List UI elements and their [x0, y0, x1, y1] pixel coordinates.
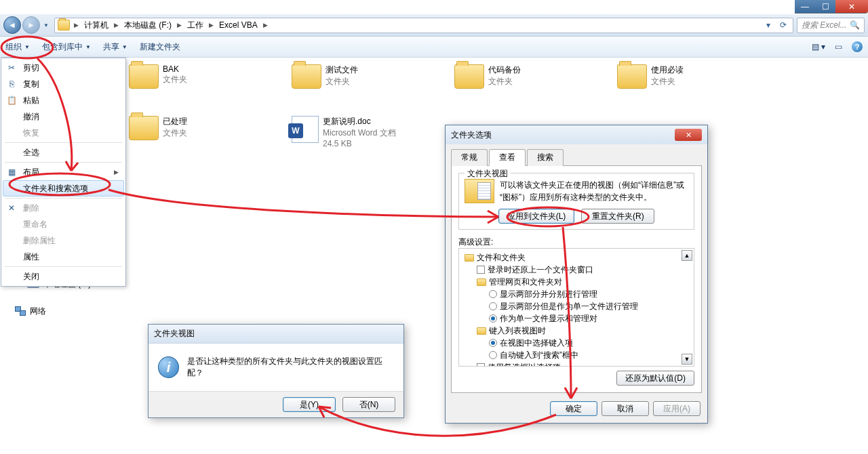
tab-general[interactable]: 常规 [451, 149, 488, 166]
apply-to-folders-button[interactable]: 应用到文件夹(L) [498, 209, 575, 224]
file-name: 代码备份 [488, 64, 521, 76]
cancel-button[interactable]: 取消 [601, 401, 649, 416]
advanced-settings-tree[interactable]: ▲ ▼ 文件和文件夹 登录时还原上一个文件夹窗口 管理网页和文件夹对 显示两部分… [458, 248, 694, 367]
preview-pane-icon[interactable]: ▭ [835, 42, 842, 51]
menu-layout[interactable]: ▦布局▶ [3, 164, 124, 180]
network-icon [15, 306, 26, 316]
breadcrumb[interactable]: 工作 [186, 20, 205, 31]
menu-separator [5, 198, 122, 199]
cut-icon: ✂ [6, 62, 17, 73]
info-icon: i [158, 356, 179, 378]
menu-folder-search-options[interactable]: 文件夹和搜索选项 [3, 180, 124, 197]
menu-select-all[interactable]: 全选 [3, 144, 124, 161]
menu-properties[interactable]: 属性 [3, 249, 124, 265]
file-name: 已处理 [163, 116, 187, 127]
menu-undo[interactable]: 撤消 [3, 108, 124, 125]
word-doc-icon [292, 116, 319, 143]
radio[interactable] [489, 290, 497, 298]
nav-back-button[interactable]: ◄ [3, 16, 21, 34]
window-max-button[interactable]: ☐ [815, 0, 835, 14]
msgbox-text: 是否让这种类型的所有文件夹与此文件夹的视图设置匹配？ [187, 356, 394, 379]
refresh-icon[interactable]: ⟳ [776, 20, 790, 30]
checkbox[interactable] [477, 363, 485, 367]
window-close-button[interactable]: ✕ [835, 0, 868, 14]
address-bar[interactable]: ▶ 计算机 ▶ 本地磁盘 (F:) ▶ 工作 ▶ Excel VBA ▶ ▾ ⟳ [54, 18, 793, 33]
folder-item-code-backup[interactable]: 代码备份 文件夹 [454, 64, 576, 89]
chevron-right-icon: ▶ [111, 22, 121, 28]
nav-network[interactable]: 网络 [15, 304, 102, 318]
chevron-down-icon: ▼ [85, 44, 91, 50]
breadcrumb[interactable]: 本地磁盘 (F:) [123, 20, 173, 31]
scroll-down-button[interactable]: ▼ [682, 354, 692, 365]
menu-copy[interactable]: ⎘复制 [3, 76, 124, 92]
file-name: BAK [163, 64, 187, 74]
menu-paste[interactable]: 📋粘贴 [3, 92, 124, 108]
no-button[interactable]: 否(N) [342, 397, 395, 412]
folder-item-processed[interactable]: 已处理 文件夹 [129, 116, 251, 148]
radio[interactable] [489, 351, 497, 359]
nav-forward-button[interactable]: ► [22, 16, 40, 34]
folder-options-dialog: 文件夹选项 ✕ 常规 查看 搜索 文件夹视图 可以将该文件夹正在使用的视图（例如… [445, 125, 708, 424]
file-item-update-doc[interactable]: 更新说明.doc Microsoft Word 文档 24.5 KB [292, 116, 414, 148]
menu-rename: 重命名 [3, 216, 124, 232]
search-icon: 🔍 [850, 20, 860, 30]
address-dropdown-icon[interactable]: ▾ [762, 20, 775, 30]
folder-views-text: 可以将该文件夹正在使用的视图（例如“详细信息”或“图标”）应用到所有这种类型的文… [500, 179, 688, 203]
breadcrumb[interactable]: Excel VBA [218, 20, 259, 30]
dialog-close-button[interactable]: ✕ [675, 129, 702, 141]
yes-button[interactable]: 是(Y) [283, 397, 336, 412]
group-folder-views: 文件夹视图 [465, 168, 511, 180]
restore-defaults-button[interactable]: 还原为默认值(D) [616, 371, 694, 386]
scroll-up-button[interactable]: ▲ [682, 250, 692, 261]
file-type: 文件夹 [163, 74, 187, 85]
radio[interactable] [489, 339, 497, 347]
menu-remove-properties: 删除属性 [3, 232, 124, 249]
folder-icon [129, 64, 159, 89]
share-button[interactable]: 共享 ▼ [103, 41, 127, 53]
reset-folders-button[interactable]: 重置文件夹(R) [581, 209, 654, 224]
file-size: 24.5 KB [323, 139, 396, 148]
file-type: 文件夹 [488, 76, 521, 87]
view-mode-icon[interactable]: ▤ ▾ [812, 42, 825, 51]
chevron-down-icon: ▼ [122, 44, 127, 50]
menu-separator [5, 266, 122, 267]
breadcrumb[interactable]: 计算机 [83, 20, 110, 31]
help-icon[interactable]: ? [852, 41, 863, 52]
organize-label: 组织 [5, 41, 22, 53]
checkbox[interactable] [477, 266, 485, 274]
submenu-arrow-icon: ▶ [114, 169, 119, 176]
folder-item-test[interactable]: 测试文件 文件夹 [292, 64, 414, 89]
folder-item-bak[interactable]: BAK 文件夹 [129, 64, 251, 89]
chevron-right-icon: ▶ [206, 22, 216, 28]
chevron-right-icon: ▶ [71, 22, 81, 28]
include-in-library-button[interactable]: 包含到库中 ▼ [42, 41, 91, 53]
organize-button[interactable]: 组织 ▼ [5, 41, 30, 53]
file-name: 使用必读 [651, 64, 684, 76]
folder-item-readme[interactable]: 使用必读 文件夹 [617, 64, 739, 89]
tab-search[interactable]: 搜索 [527, 149, 564, 166]
tab-view[interactable]: 查看 [489, 149, 526, 166]
radio[interactable] [489, 314, 497, 323]
nav-history-dropdown[interactable]: ▼ [41, 19, 51, 31]
menu-separator [5, 162, 122, 163]
menu-cut[interactable]: ✂剪切 [3, 60, 124, 76]
delete-icon: ✕ [6, 203, 17, 213]
msgbox-title: 文件夹视图 [154, 328, 195, 339]
search-input[interactable]: 搜索 Excel... 🔍 [797, 18, 865, 33]
window-min-button[interactable]: — [795, 0, 815, 14]
radio[interactable] [489, 302, 497, 310]
file-type: 文件夹 [651, 76, 684, 87]
new-folder-button[interactable]: 新建文件夹 [140, 41, 180, 53]
file-name: 更新说明.doc [323, 116, 396, 127]
file-name: 测试文件 [326, 64, 358, 76]
folder-icon [129, 116, 159, 140]
new-folder-label: 新建文件夹 [140, 41, 180, 53]
menu-close[interactable]: 关闭 [3, 268, 124, 285]
apply-button[interactable]: 应用(A) [653, 401, 701, 416]
folder-icon [477, 327, 486, 335]
ok-button[interactable]: 确定 [550, 401, 597, 416]
share-label: 共享 [103, 41, 119, 53]
chevron-right-icon: ▶ [260, 22, 271, 28]
menu-separator [5, 142, 122, 143]
menu-delete: ✕删除 [3, 200, 124, 216]
